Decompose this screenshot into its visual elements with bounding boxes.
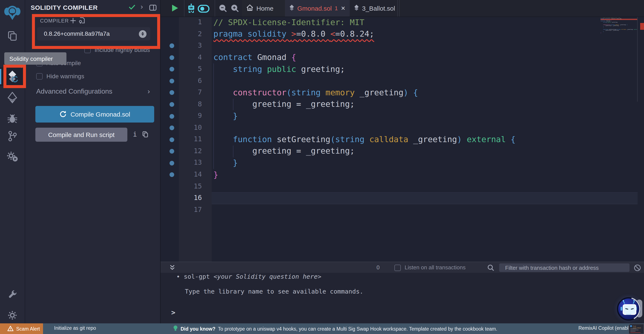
sidebar-item-debugger[interactable] <box>0 109 25 128</box>
code-editor[interactable]: 1// SPDX-License-Identifier: MIT2pragma … <box>160 16 644 262</box>
line-number: 9 <box>160 112 202 120</box>
zoom-in-icon[interactable] <box>231 4 239 14</box>
code-text: greeting = _greeting; <box>214 99 355 109</box>
sidebar-item-plugin-gears[interactable] <box>0 147 25 166</box>
sidebar-item-file-explorer[interactable] <box>0 26 25 45</box>
listen-transactions-checkbox[interactable] <box>394 265 401 271</box>
sidebar-item-plugin-manager[interactable] <box>0 285 25 304</box>
line-number: 13 <box>160 158 202 167</box>
code-line-6[interactable]: 6 <box>160 75 644 87</box>
line-number: 15 <box>160 182 202 190</box>
scam-alert-button[interactable]: Scam Alert <box>0 323 43 334</box>
code-line-1[interactable]: 1// SPDX-License-Identifier: MIT <box>160 16 644 28</box>
remixai-assistant-button[interactable] <box>618 298 639 320</box>
nightly-builds-checkbox[interactable] <box>84 46 91 53</box>
pin-panel-icon[interactable] <box>149 4 157 13</box>
code-text: } <box>214 170 218 179</box>
solidity-compiler-panel: SOLIDITY COMPILER › COMPILER 0.8.26+comm… <box>25 0 160 323</box>
tab-home-label: Home <box>256 5 274 12</box>
transaction-filter-input[interactable]: Filter with transaction hash or address <box>499 263 630 272</box>
divider <box>184 0 184 16</box>
publish-compiler-icon[interactable] <box>78 17 85 26</box>
indent-guide <box>214 63 214 169</box>
line-number: 2 <box>160 29 202 38</box>
sidebar-item-solidity-compiler[interactable] <box>0 67 25 86</box>
close-tab-icon[interactable]: ✕ <box>341 5 346 11</box>
terminal-history-line: • sol-gpt <your Solidity question here> <box>176 273 321 280</box>
code-line-14[interactable]: 14} <box>160 169 644 181</box>
code-line-9[interactable]: 9 } <box>160 110 644 122</box>
terminal-output[interactable]: • sol-gpt <your Solidity question here> … <box>160 273 644 323</box>
tab-gmonad[interactable]: Gmonad.sol 1 ✕ <box>285 0 350 16</box>
line-number: 4 <box>160 53 202 61</box>
warning-triangle-icon <box>7 325 14 332</box>
code-text: constructor(string memory _greeting) { <box>214 87 418 97</box>
git-init-button[interactable]: Initialize as git repo <box>54 326 96 331</box>
code-line-7[interactable]: 7 constructor(string memory _greeting) { <box>160 87 644 98</box>
copilot-status[interactable]: RemixAI Copilot (enabled) <box>578 326 636 331</box>
line-number: 17 <box>160 205 202 213</box>
lightbulb-icon <box>173 325 178 332</box>
tab-home[interactable]: Home <box>242 0 285 16</box>
terminal-search-icon[interactable] <box>487 264 494 273</box>
mini-preview-overlay[interactable]: FILE EXPLORER <box>629 324 644 334</box>
code-line-2[interactable]: 2pragma solidity >=0.8.0 <=0.8.24; <box>160 28 644 40</box>
sidebar-item-git[interactable] <box>0 127 25 145</box>
compiler-version-select[interactable]: 0.8.26+commit.8a97fa7a <box>37 27 150 40</box>
solidity-file-icon <box>354 5 359 12</box>
line-number: 8 <box>160 100 202 108</box>
copy-icon[interactable] <box>142 131 148 139</box>
advanced-configurations-label: Advanced Configurations <box>36 88 112 95</box>
terminal-prompt[interactable]: > <box>171 309 175 317</box>
collapse-terminal-icon[interactable] <box>170 264 175 272</box>
tab-ballot-label: 3_Ballot.sol <box>362 5 395 12</box>
code-line-17[interactable]: 17 <box>160 204 644 216</box>
clear-terminal-icon[interactable] <box>634 264 641 273</box>
solidity-file-icon <box>289 5 294 12</box>
code-line-5[interactable]: 5 string public greeting; <box>160 63 644 75</box>
add-compiler-icon[interactable] <box>70 17 76 25</box>
chevron-right-icon: › <box>148 87 150 96</box>
compile-button[interactable]: Compile Gmonad.sol <box>35 106 154 123</box>
divider <box>398 0 398 16</box>
zoom-out-icon[interactable] <box>219 4 227 14</box>
home-icon <box>246 4 254 12</box>
line-number: 1 <box>160 18 202 26</box>
info-icon[interactable]: i <box>133 130 137 138</box>
code-line-10[interactable]: 10 <box>160 122 644 134</box>
terminal-hint-line: Type the library name to see available c… <box>185 288 363 295</box>
code-line-11[interactable]: 11 function setGreeting(string calldata … <box>160 134 644 145</box>
compile-button-label: Compile Gmonad.sol <box>70 111 130 118</box>
minimap[interactable]: // SPDX-License-Identifier: MITpragma so… <box>600 17 637 34</box>
advanced-configurations[interactable]: Advanced Configurations › <box>36 88 151 95</box>
panel-title: SOLIDITY COMPILER <box>31 4 98 11</box>
hide-warnings-label: Hide warnings <box>46 73 84 79</box>
remixai-robot-icon[interactable] <box>186 3 196 15</box>
tab-ballot[interactable]: 3_Ballot.sol <box>350 0 398 16</box>
line-number: 12 <box>160 147 202 155</box>
mini-overlay-title: FILE EXPLORER <box>633 325 644 329</box>
code-text: contract Gmonad { <box>214 52 296 62</box>
code-line-16[interactable]: 16 <box>160 192 644 204</box>
sidebar-item-settings[interactable] <box>0 306 25 325</box>
code-line-4[interactable]: 4contract Gmonad { <box>160 52 644 63</box>
copilot-toggle-icon[interactable] <box>198 5 210 14</box>
run-script-play-button[interactable] <box>172 5 178 11</box>
sidebar-item-deploy-run[interactable] <box>0 88 25 107</box>
indent-guide <box>233 99 234 110</box>
hide-warnings-checkbox[interactable] <box>36 73 42 79</box>
transaction-count: 0 <box>376 264 380 271</box>
code-line-3[interactable]: 3 <box>160 40 644 52</box>
minimap-line: } <box>600 33 637 34</box>
code-line-13[interactable]: 13 } <box>160 157 644 169</box>
compile-success-check-icon <box>129 4 136 12</box>
compile-and-run-button[interactable]: Compile and Run script <box>35 128 127 142</box>
code-text: greeting = _greeting; <box>214 146 355 156</box>
mini-overlay-red-line <box>630 332 640 333</box>
transaction-filter-placeholder: Filter with transaction hash or address <box>505 265 599 271</box>
robot-face-icon <box>623 304 636 315</box>
code-line-8[interactable]: 8 greeting = _greeting; <box>160 99 644 110</box>
code-line-15[interactable]: 15 <box>160 181 644 192</box>
code-line-12[interactable]: 12 greeting = _greeting; <box>160 145 644 157</box>
panel-forward-icon[interactable]: › <box>140 2 143 11</box>
